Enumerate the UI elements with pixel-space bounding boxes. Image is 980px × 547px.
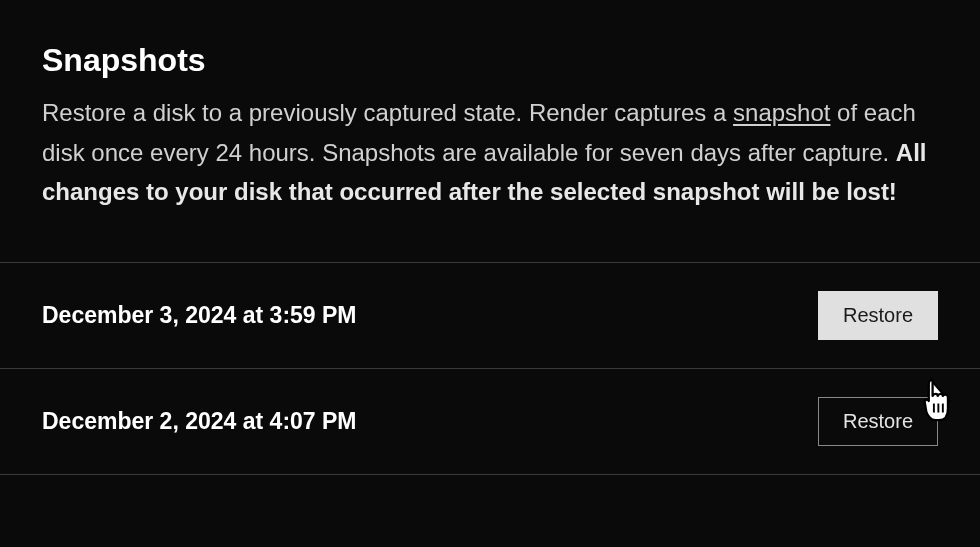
restore-button[interactable]: Restore [818, 397, 938, 446]
snapshot-date: December 2, 2024 at 4:07 PM [42, 408, 357, 435]
snapshot-date: December 3, 2024 at 3:59 PM [42, 302, 357, 329]
snapshot-row: December 3, 2024 at 3:59 PM Restore [0, 262, 980, 368]
snapshots-header: Snapshots Restore a disk to a previously… [0, 0, 980, 242]
page-title: Snapshots [42, 42, 938, 79]
desc-text-1: Restore a disk to a previously captured … [42, 99, 733, 126]
page-description: Restore a disk to a previously captured … [42, 93, 938, 212]
snapshot-list: December 3, 2024 at 3:59 PM Restore Dece… [0, 262, 980, 475]
snapshot-link[interactable]: snapshot [733, 99, 830, 126]
snapshot-row: December 2, 2024 at 4:07 PM Restore [0, 368, 980, 475]
restore-button[interactable]: Restore [818, 291, 938, 340]
